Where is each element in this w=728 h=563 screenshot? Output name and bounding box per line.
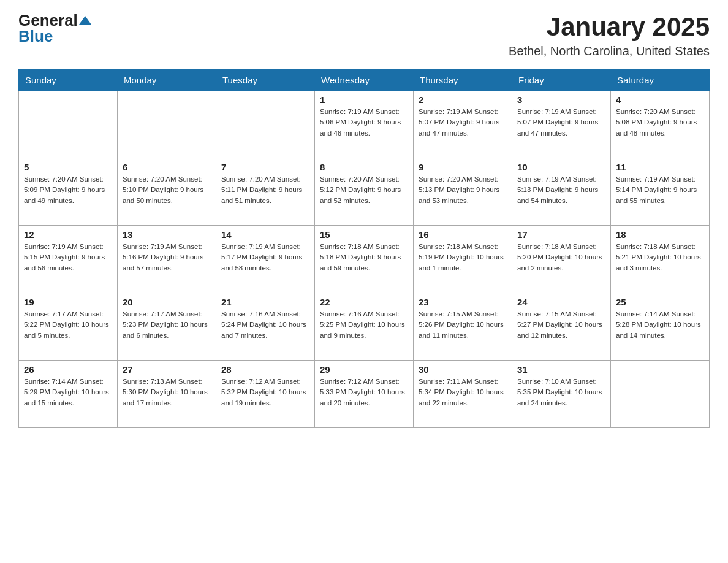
day-info: Sunrise: 7:19 AM Sunset: 5:13 PM Dayligh…	[517, 174, 605, 206]
logo-general-text: General	[18, 12, 78, 28]
logo-blue-text: Blue	[18, 28, 53, 44]
day-number: 14	[221, 229, 309, 240]
day-number: 3	[517, 94, 605, 105]
day-info: Sunrise: 7:19 AM Sunset: 5:17 PM Dayligh…	[221, 242, 309, 274]
day-info: Sunrise: 7:10 AM Sunset: 5:35 PM Dayligh…	[517, 377, 605, 408]
calendar-cell: 23Sunrise: 7:15 AM Sunset: 5:26 PM Dayli…	[414, 293, 512, 361]
calendar-cell: 1Sunrise: 7:19 AM Sunset: 5:06 PM Daylig…	[315, 91, 414, 158]
day-info: Sunrise: 7:12 AM Sunset: 5:32 PM Dayligh…	[221, 377, 309, 408]
day-of-week-header: Saturday	[611, 70, 710, 91]
day-number: 22	[320, 297, 408, 307]
calendar-cell: 9Sunrise: 7:20 AM Sunset: 5:13 PM Daylig…	[414, 158, 512, 226]
day-of-week-header: Sunday	[19, 70, 118, 91]
day-info: Sunrise: 7:16 AM Sunset: 5:24 PM Dayligh…	[221, 309, 309, 341]
calendar-header-row: SundayMondayTuesdayWednesdayThursdayFrid…	[19, 70, 710, 91]
day-number: 23	[419, 297, 507, 307]
day-of-week-header: Wednesday	[315, 70, 414, 91]
day-info: Sunrise: 7:20 AM Sunset: 5:12 PM Dayligh…	[320, 174, 408, 206]
calendar-table: SundayMondayTuesdayWednesdayThursdayFrid…	[18, 69, 710, 428]
calendar-week-row: 26Sunrise: 7:14 AM Sunset: 5:29 PM Dayli…	[19, 361, 710, 428]
day-number: 12	[24, 229, 112, 240]
day-number: 16	[419, 229, 507, 240]
calendar-cell: 8Sunrise: 7:20 AM Sunset: 5:12 PM Daylig…	[315, 158, 414, 226]
day-number: 4	[616, 94, 704, 105]
day-number: 27	[123, 364, 211, 375]
day-number: 13	[123, 229, 211, 240]
calendar-cell: 11Sunrise: 7:19 AM Sunset: 5:14 PM Dayli…	[611, 158, 710, 226]
calendar-week-row: 1Sunrise: 7:19 AM Sunset: 5:06 PM Daylig…	[19, 91, 710, 158]
calendar-cell	[611, 361, 710, 428]
day-number: 8	[320, 162, 408, 172]
day-info: Sunrise: 7:11 AM Sunset: 5:34 PM Dayligh…	[419, 377, 507, 408]
calendar-cell: 5Sunrise: 7:20 AM Sunset: 5:09 PM Daylig…	[19, 158, 118, 226]
day-number: 15	[320, 229, 408, 240]
day-info: Sunrise: 7:19 AM Sunset: 5:15 PM Dayligh…	[24, 242, 112, 274]
calendar-cell: 26Sunrise: 7:14 AM Sunset: 5:29 PM Dayli…	[19, 361, 118, 428]
calendar-cell: 6Sunrise: 7:20 AM Sunset: 5:10 PM Daylig…	[118, 158, 216, 226]
day-number: 31	[517, 364, 605, 375]
day-of-week-header: Tuesday	[216, 70, 315, 91]
day-info: Sunrise: 7:15 AM Sunset: 5:26 PM Dayligh…	[419, 309, 507, 341]
calendar-cell: 4Sunrise: 7:20 AM Sunset: 5:08 PM Daylig…	[611, 91, 710, 158]
day-number: 11	[616, 162, 704, 172]
day-number: 21	[221, 297, 309, 307]
calendar-cell: 16Sunrise: 7:18 AM Sunset: 5:19 PM Dayli…	[414, 226, 512, 293]
calendar-cell	[19, 91, 118, 158]
day-number: 5	[24, 162, 112, 172]
day-number: 17	[517, 229, 605, 240]
calendar-cell: 25Sunrise: 7:14 AM Sunset: 5:28 PM Dayli…	[611, 293, 710, 361]
day-info: Sunrise: 7:15 AM Sunset: 5:27 PM Dayligh…	[517, 309, 605, 341]
day-info: Sunrise: 7:19 AM Sunset: 5:06 PM Dayligh…	[320, 107, 408, 139]
calendar-cell	[118, 91, 216, 158]
calendar-cell: 13Sunrise: 7:19 AM Sunset: 5:16 PM Dayli…	[118, 226, 216, 293]
day-number: 10	[517, 162, 605, 172]
day-info: Sunrise: 7:12 AM Sunset: 5:33 PM Dayligh…	[320, 377, 408, 408]
logo: General Blue	[18, 12, 91, 44]
calendar-cell: 30Sunrise: 7:11 AM Sunset: 5:34 PM Dayli…	[414, 361, 512, 428]
day-info: Sunrise: 7:16 AM Sunset: 5:25 PM Dayligh…	[320, 309, 408, 341]
calendar-week-row: 19Sunrise: 7:17 AM Sunset: 5:22 PM Dayli…	[19, 293, 710, 361]
day-info: Sunrise: 7:14 AM Sunset: 5:28 PM Dayligh…	[616, 309, 704, 341]
calendar-cell: 29Sunrise: 7:12 AM Sunset: 5:33 PM Dayli…	[315, 361, 414, 428]
calendar-cell: 7Sunrise: 7:20 AM Sunset: 5:11 PM Daylig…	[216, 158, 315, 226]
calendar-cell: 31Sunrise: 7:10 AM Sunset: 5:35 PM Dayli…	[512, 361, 611, 428]
calendar-week-row: 12Sunrise: 7:19 AM Sunset: 5:15 PM Dayli…	[19, 226, 710, 293]
day-number: 24	[517, 297, 605, 307]
day-info: Sunrise: 7:20 AM Sunset: 5:13 PM Dayligh…	[419, 174, 507, 206]
day-info: Sunrise: 7:18 AM Sunset: 5:18 PM Dayligh…	[320, 242, 408, 274]
day-number: 7	[221, 162, 309, 172]
title-section: January 2025 Bethel, North Carolina, Uni…	[509, 12, 710, 58]
day-of-week-header: Friday	[512, 70, 611, 91]
day-number: 6	[123, 162, 211, 172]
day-of-week-header: Monday	[118, 70, 216, 91]
calendar-week-row: 5Sunrise: 7:20 AM Sunset: 5:09 PM Daylig…	[19, 158, 710, 226]
day-info: Sunrise: 7:20 AM Sunset: 5:10 PM Dayligh…	[123, 174, 211, 206]
calendar-cell: 24Sunrise: 7:15 AM Sunset: 5:27 PM Dayli…	[512, 293, 611, 361]
calendar-cell: 3Sunrise: 7:19 AM Sunset: 5:07 PM Daylig…	[512, 91, 611, 158]
day-number: 18	[616, 229, 704, 240]
day-info: Sunrise: 7:20 AM Sunset: 5:09 PM Dayligh…	[24, 174, 112, 206]
calendar-cell: 10Sunrise: 7:19 AM Sunset: 5:13 PM Dayli…	[512, 158, 611, 226]
day-info: Sunrise: 7:13 AM Sunset: 5:30 PM Dayligh…	[123, 377, 211, 408]
day-number: 28	[221, 364, 309, 375]
day-info: Sunrise: 7:20 AM Sunset: 5:08 PM Dayligh…	[616, 107, 704, 139]
day-info: Sunrise: 7:17 AM Sunset: 5:22 PM Dayligh…	[24, 309, 112, 341]
day-info: Sunrise: 7:20 AM Sunset: 5:11 PM Dayligh…	[221, 174, 309, 206]
month-title: January 2025	[509, 12, 710, 42]
day-number: 30	[419, 364, 507, 375]
day-info: Sunrise: 7:19 AM Sunset: 5:14 PM Dayligh…	[616, 174, 704, 206]
calendar-cell	[216, 91, 315, 158]
day-info: Sunrise: 7:14 AM Sunset: 5:29 PM Dayligh…	[24, 377, 112, 408]
day-info: Sunrise: 7:19 AM Sunset: 5:07 PM Dayligh…	[517, 107, 605, 139]
calendar-cell: 22Sunrise: 7:16 AM Sunset: 5:25 PM Dayli…	[315, 293, 414, 361]
day-number: 19	[24, 297, 112, 307]
logo-triangle-icon	[79, 16, 91, 25]
day-number: 26	[24, 364, 112, 375]
calendar-cell: 15Sunrise: 7:18 AM Sunset: 5:18 PM Dayli…	[315, 226, 414, 293]
location-title: Bethel, North Carolina, United States	[509, 44, 710, 58]
day-number: 25	[616, 297, 704, 307]
day-number: 1	[320, 94, 408, 105]
day-info: Sunrise: 7:19 AM Sunset: 5:16 PM Dayligh…	[123, 242, 211, 274]
calendar-cell: 19Sunrise: 7:17 AM Sunset: 5:22 PM Dayli…	[19, 293, 118, 361]
day-info: Sunrise: 7:18 AM Sunset: 5:20 PM Dayligh…	[517, 242, 605, 274]
